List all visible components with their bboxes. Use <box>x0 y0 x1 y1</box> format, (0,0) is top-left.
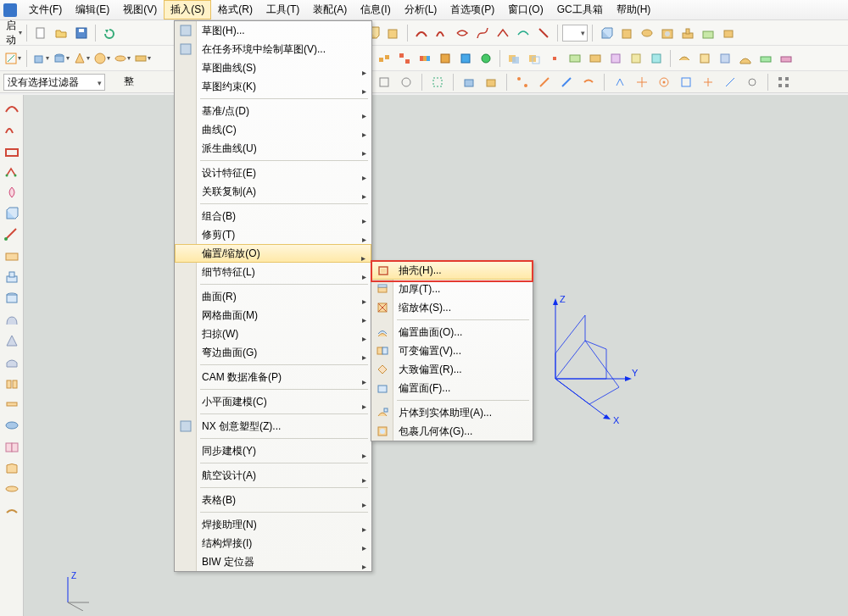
flt-snap4[interactable] <box>579 73 598 92</box>
menu-item[interactable]: 草图(H)... <box>175 21 371 40</box>
menu-item[interactable]: 派生曲线(U) <box>175 139 371 158</box>
tb-asm4[interactable] <box>436 49 455 68</box>
tb-prim-sphere[interactable] <box>92 49 111 68</box>
menu-window[interactable]: 窗口(O) <box>501 0 550 19</box>
submenu-item[interactable]: 片体到实体助理(A)... <box>371 403 533 422</box>
vtb-14[interactable] <box>2 373 22 393</box>
undo-button[interactable] <box>100 24 119 42</box>
flt-snap10[interactable] <box>721 73 739 92</box>
tb-prim-cone[interactable] <box>72 49 91 68</box>
menu-preferences[interactable]: 首选项(P) <box>444 0 501 19</box>
submenu-item[interactable]: 偏置曲面(O)... <box>371 323 533 341</box>
tb-curve7[interactable] <box>534 24 553 42</box>
selection-filter[interactable]: 没有选择过滤器 <box>3 74 105 91</box>
menu-item[interactable]: 同步建模(Y) <box>175 441 371 460</box>
flt-b4[interactable] <box>428 73 447 92</box>
tb-bool7[interactable] <box>627 49 645 68</box>
vtb-19[interactable] <box>2 479 22 499</box>
vtb-3[interactable] <box>2 140 22 160</box>
menu-insert[interactable]: 插入(S) <box>164 0 211 19</box>
vtb-6[interactable] <box>2 203 22 224</box>
flt-grid[interactable] <box>774 73 793 92</box>
menu-item[interactable]: BIW 定位器 <box>175 552 371 571</box>
tb-block[interactable] <box>597 24 616 42</box>
vtb-5[interactable] <box>2 182 22 203</box>
menu-item[interactable]: 基准/点(D) <box>175 102 371 120</box>
tb-asm5[interactable] <box>456 49 475 68</box>
submenu-item[interactable]: 大致偏置(R)... <box>371 360 533 379</box>
vtb-7[interactable] <box>2 225 22 245</box>
vtb-18[interactable] <box>2 458 22 478</box>
tb-rib[interactable] <box>678 24 697 42</box>
vtb-13[interactable] <box>2 352 22 372</box>
vtb-17[interactable] <box>2 436 22 457</box>
tb-prim-gear[interactable] <box>133 49 152 68</box>
flt-snap3[interactable] <box>557 73 576 92</box>
vtb-12[interactable] <box>2 330 22 351</box>
tb-bool3[interactable] <box>545 49 564 68</box>
flt-snap6[interactable] <box>633 73 651 92</box>
menu-item[interactable]: 弯边曲面(G) <box>175 343 371 362</box>
vtb-2[interactable] <box>2 119 22 139</box>
vtb-16[interactable] <box>2 415 22 436</box>
menu-item[interactable]: 在任务环境中绘制草图(V)... <box>175 40 371 58</box>
tb-surf4[interactable] <box>736 49 755 68</box>
menu-item[interactable]: 草图曲线(S) <box>175 58 371 77</box>
flt-snap5[interactable] <box>611 73 629 92</box>
vtb-4[interactable] <box>2 161 22 181</box>
tb-curve2[interactable] <box>432 24 451 42</box>
vtb-15[interactable] <box>2 394 22 414</box>
tb-prim-cyl[interactable] <box>52 49 70 68</box>
tb-curve1[interactable] <box>412 24 431 42</box>
menu-analysis[interactable]: 分析(L) <box>398 0 444 19</box>
menu-edit[interactable]: 编辑(E) <box>69 0 116 19</box>
menu-item[interactable]: 曲线(C) <box>175 120 371 139</box>
menu-item[interactable]: 表格(B) <box>175 491 371 509</box>
menu-item[interactable]: 网格曲面(M) <box>175 306 371 325</box>
tb-prim-tube[interactable] <box>113 49 131 68</box>
tb-cube2[interactable] <box>384 24 403 42</box>
tb-curve4[interactable] <box>473 24 492 42</box>
menu-item[interactable]: 结构焊接(I) <box>175 534 371 552</box>
menu-item[interactable]: 偏置/缩放(O) <box>175 244 371 263</box>
save-button[interactable] <box>72 24 91 42</box>
submenu-item[interactable]: 抽壳(H)... <box>371 261 533 280</box>
flt-snap1[interactable] <box>513 73 532 92</box>
menu-item[interactable]: 焊接助理(N) <box>175 515 371 534</box>
tb-asm1[interactable] <box>375 49 393 68</box>
menu-item[interactable]: 小平面建模(C) <box>175 392 371 411</box>
menu-item[interactable]: 航空设计(A) <box>175 466 371 485</box>
tb-bool2[interactable] <box>525 49 544 68</box>
tb-extrude[interactable] <box>617 24 636 42</box>
tb-prim-block[interactable] <box>31 49 50 68</box>
menu-item[interactable]: 修剪(T) <box>175 225 371 244</box>
vtb-8[interactable] <box>2 246 22 266</box>
open-button[interactable] <box>52 24 70 42</box>
menu-item[interactable]: 草图约束(K) <box>175 77 371 96</box>
flt-b3[interactable] <box>397 73 416 92</box>
menu-assembly[interactable]: 装配(A) <box>306 0 354 19</box>
tb-asm3[interactable] <box>416 49 434 68</box>
tb-curve5[interactable] <box>494 24 512 42</box>
tb-curve6[interactable] <box>514 24 533 42</box>
submenu-item[interactable]: 包裹几何体(G)... <box>371 422 533 441</box>
tb-bool8[interactable] <box>647 49 666 68</box>
vtb-10[interactable] <box>2 288 22 308</box>
tb-surf6[interactable] <box>777 49 795 68</box>
flt-b2[interactable] <box>375 73 393 92</box>
menu-gctoolbox[interactable]: GC工具箱 <box>550 0 610 19</box>
menu-item[interactable]: 组合(B) <box>175 207 371 225</box>
tb-num-input[interactable] <box>562 25 588 42</box>
menu-help[interactable]: 帮助(H) <box>610 0 658 19</box>
tb-curve3[interactable] <box>453 24 471 42</box>
vtb-20[interactable] <box>2 500 22 520</box>
menu-item[interactable]: 曲面(R) <box>175 287 371 306</box>
flt-snap11[interactable] <box>743 73 762 92</box>
menu-item[interactable]: 扫掠(W) <box>175 325 371 343</box>
vtb-11[interactable] <box>2 309 22 330</box>
vtb-9[interactable] <box>2 267 22 287</box>
tb-revolve[interactable] <box>638 24 656 42</box>
tb-asm2[interactable] <box>395 49 414 68</box>
tb-boss[interactable] <box>699 24 717 42</box>
tb-surf1[interactable] <box>675 49 694 68</box>
